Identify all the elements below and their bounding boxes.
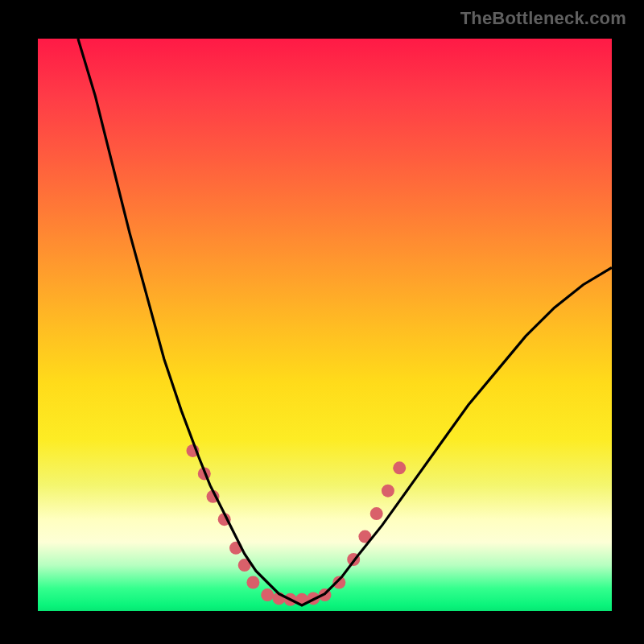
highlight-dots [187,444,407,606]
highlight-dot [393,461,406,474]
highlight-dot [246,576,259,589]
plot-area [38,39,612,611]
watermark-text: TheBottleneck.com [460,8,626,29]
highlight-dot [382,485,394,497]
highlight-dot [370,507,383,520]
curve-layer [38,39,612,611]
highlight-dot [261,588,274,601]
chart-frame: TheBottleneck.com [0,0,644,644]
bottleneck-curve [78,39,612,605]
